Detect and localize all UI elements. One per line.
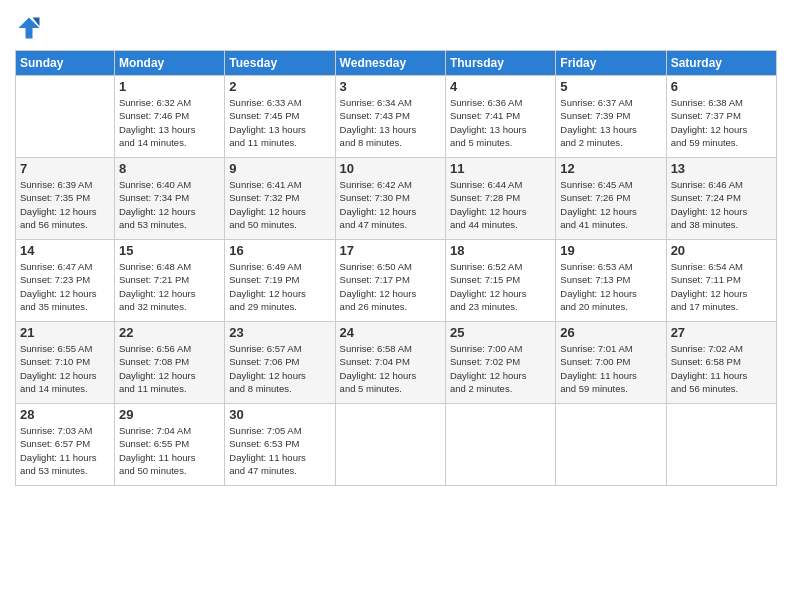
day-number: 24: [340, 325, 441, 340]
calendar-cell: 30Sunrise: 7:05 AM Sunset: 6:53 PM Dayli…: [225, 404, 335, 486]
day-info: Sunrise: 6:45 AM Sunset: 7:26 PM Dayligh…: [560, 178, 661, 231]
day-info: Sunrise: 6:57 AM Sunset: 7:06 PM Dayligh…: [229, 342, 330, 395]
day-info: Sunrise: 6:52 AM Sunset: 7:15 PM Dayligh…: [450, 260, 551, 313]
day-info: Sunrise: 6:37 AM Sunset: 7:39 PM Dayligh…: [560, 96, 661, 149]
day-number: 2: [229, 79, 330, 94]
day-info: Sunrise: 6:54 AM Sunset: 7:11 PM Dayligh…: [671, 260, 772, 313]
day-number: 27: [671, 325, 772, 340]
calendar-cell: 18Sunrise: 6:52 AM Sunset: 7:15 PM Dayli…: [445, 240, 555, 322]
day-number: 3: [340, 79, 441, 94]
day-info: Sunrise: 6:46 AM Sunset: 7:24 PM Dayligh…: [671, 178, 772, 231]
calendar-cell: 9Sunrise: 6:41 AM Sunset: 7:32 PM Daylig…: [225, 158, 335, 240]
calendar-cell: 27Sunrise: 7:02 AM Sunset: 6:58 PM Dayli…: [666, 322, 776, 404]
calendar-cell: 13Sunrise: 6:46 AM Sunset: 7:24 PM Dayli…: [666, 158, 776, 240]
calendar-cell: 7Sunrise: 6:39 AM Sunset: 7:35 PM Daylig…: [16, 158, 115, 240]
calendar-cell: 4Sunrise: 6:36 AM Sunset: 7:41 PM Daylig…: [445, 76, 555, 158]
calendar-cell: 21Sunrise: 6:55 AM Sunset: 7:10 PM Dayli…: [16, 322, 115, 404]
calendar-body: 1Sunrise: 6:32 AM Sunset: 7:46 PM Daylig…: [16, 76, 777, 486]
page: SundayMondayTuesdayWednesdayThursdayFrid…: [0, 0, 792, 612]
day-number: 1: [119, 79, 220, 94]
calendar-cell: 12Sunrise: 6:45 AM Sunset: 7:26 PM Dayli…: [556, 158, 666, 240]
calendar-cell: 20Sunrise: 6:54 AM Sunset: 7:11 PM Dayli…: [666, 240, 776, 322]
calendar-cell: [335, 404, 445, 486]
weekday-header: Wednesday: [335, 51, 445, 76]
calendar-header-row: SundayMondayTuesdayWednesdayThursdayFrid…: [16, 51, 777, 76]
day-info: Sunrise: 6:39 AM Sunset: 7:35 PM Dayligh…: [20, 178, 110, 231]
calendar-cell: 3Sunrise: 6:34 AM Sunset: 7:43 PM Daylig…: [335, 76, 445, 158]
calendar-cell: [666, 404, 776, 486]
day-info: Sunrise: 6:58 AM Sunset: 7:04 PM Dayligh…: [340, 342, 441, 395]
calendar-cell: [16, 76, 115, 158]
day-number: 17: [340, 243, 441, 258]
day-number: 21: [20, 325, 110, 340]
day-info: Sunrise: 6:41 AM Sunset: 7:32 PM Dayligh…: [229, 178, 330, 231]
day-info: Sunrise: 7:04 AM Sunset: 6:55 PM Dayligh…: [119, 424, 220, 477]
calendar-cell: 16Sunrise: 6:49 AM Sunset: 7:19 PM Dayli…: [225, 240, 335, 322]
calendar-cell: 28Sunrise: 7:03 AM Sunset: 6:57 PM Dayli…: [16, 404, 115, 486]
calendar-cell: 5Sunrise: 6:37 AM Sunset: 7:39 PM Daylig…: [556, 76, 666, 158]
day-number: 22: [119, 325, 220, 340]
day-info: Sunrise: 7:02 AM Sunset: 6:58 PM Dayligh…: [671, 342, 772, 395]
day-info: Sunrise: 7:05 AM Sunset: 6:53 PM Dayligh…: [229, 424, 330, 477]
calendar-cell: 10Sunrise: 6:42 AM Sunset: 7:30 PM Dayli…: [335, 158, 445, 240]
logo: [15, 14, 47, 42]
day-number: 14: [20, 243, 110, 258]
calendar-cell: 6Sunrise: 6:38 AM Sunset: 7:37 PM Daylig…: [666, 76, 776, 158]
calendar-cell: 1Sunrise: 6:32 AM Sunset: 7:46 PM Daylig…: [114, 76, 224, 158]
day-info: Sunrise: 7:03 AM Sunset: 6:57 PM Dayligh…: [20, 424, 110, 477]
logo-icon: [15, 14, 43, 42]
day-info: Sunrise: 6:34 AM Sunset: 7:43 PM Dayligh…: [340, 96, 441, 149]
calendar-cell: 14Sunrise: 6:47 AM Sunset: 7:23 PM Dayli…: [16, 240, 115, 322]
day-number: 12: [560, 161, 661, 176]
day-number: 11: [450, 161, 551, 176]
day-info: Sunrise: 6:49 AM Sunset: 7:19 PM Dayligh…: [229, 260, 330, 313]
calendar-week-row: 1Sunrise: 6:32 AM Sunset: 7:46 PM Daylig…: [16, 76, 777, 158]
day-info: Sunrise: 7:00 AM Sunset: 7:02 PM Dayligh…: [450, 342, 551, 395]
weekday-header: Saturday: [666, 51, 776, 76]
day-number: 29: [119, 407, 220, 422]
day-info: Sunrise: 6:47 AM Sunset: 7:23 PM Dayligh…: [20, 260, 110, 313]
calendar-cell: 17Sunrise: 6:50 AM Sunset: 7:17 PM Dayli…: [335, 240, 445, 322]
calendar-week-row: 28Sunrise: 7:03 AM Sunset: 6:57 PM Dayli…: [16, 404, 777, 486]
day-info: Sunrise: 6:56 AM Sunset: 7:08 PM Dayligh…: [119, 342, 220, 395]
weekday-header: Tuesday: [225, 51, 335, 76]
calendar-week-row: 7Sunrise: 6:39 AM Sunset: 7:35 PM Daylig…: [16, 158, 777, 240]
day-number: 20: [671, 243, 772, 258]
weekday-header: Friday: [556, 51, 666, 76]
day-number: 23: [229, 325, 330, 340]
calendar-cell: 22Sunrise: 6:56 AM Sunset: 7:08 PM Dayli…: [114, 322, 224, 404]
day-info: Sunrise: 6:42 AM Sunset: 7:30 PM Dayligh…: [340, 178, 441, 231]
calendar-week-row: 21Sunrise: 6:55 AM Sunset: 7:10 PM Dayli…: [16, 322, 777, 404]
day-number: 25: [450, 325, 551, 340]
day-number: 26: [560, 325, 661, 340]
day-number: 15: [119, 243, 220, 258]
weekday-header: Thursday: [445, 51, 555, 76]
day-number: 16: [229, 243, 330, 258]
calendar-cell: 29Sunrise: 7:04 AM Sunset: 6:55 PM Dayli…: [114, 404, 224, 486]
day-number: 30: [229, 407, 330, 422]
calendar-cell: 24Sunrise: 6:58 AM Sunset: 7:04 PM Dayli…: [335, 322, 445, 404]
day-number: 10: [340, 161, 441, 176]
day-number: 7: [20, 161, 110, 176]
calendar-cell: 19Sunrise: 6:53 AM Sunset: 7:13 PM Dayli…: [556, 240, 666, 322]
day-number: 5: [560, 79, 661, 94]
day-info: Sunrise: 6:48 AM Sunset: 7:21 PM Dayligh…: [119, 260, 220, 313]
calendar-cell: [445, 404, 555, 486]
day-number: 8: [119, 161, 220, 176]
day-info: Sunrise: 6:33 AM Sunset: 7:45 PM Dayligh…: [229, 96, 330, 149]
day-info: Sunrise: 6:53 AM Sunset: 7:13 PM Dayligh…: [560, 260, 661, 313]
weekday-header: Sunday: [16, 51, 115, 76]
calendar-cell: 15Sunrise: 6:48 AM Sunset: 7:21 PM Dayli…: [114, 240, 224, 322]
day-info: Sunrise: 6:55 AM Sunset: 7:10 PM Dayligh…: [20, 342, 110, 395]
day-number: 13: [671, 161, 772, 176]
calendar-cell: 25Sunrise: 7:00 AM Sunset: 7:02 PM Dayli…: [445, 322, 555, 404]
calendar-cell: 8Sunrise: 6:40 AM Sunset: 7:34 PM Daylig…: [114, 158, 224, 240]
calendar-week-row: 14Sunrise: 6:47 AM Sunset: 7:23 PM Dayli…: [16, 240, 777, 322]
calendar-cell: 26Sunrise: 7:01 AM Sunset: 7:00 PM Dayli…: [556, 322, 666, 404]
day-number: 18: [450, 243, 551, 258]
day-info: Sunrise: 6:44 AM Sunset: 7:28 PM Dayligh…: [450, 178, 551, 231]
calendar-cell: [556, 404, 666, 486]
day-number: 19: [560, 243, 661, 258]
calendar-cell: 11Sunrise: 6:44 AM Sunset: 7:28 PM Dayli…: [445, 158, 555, 240]
day-info: Sunrise: 7:01 AM Sunset: 7:00 PM Dayligh…: [560, 342, 661, 395]
